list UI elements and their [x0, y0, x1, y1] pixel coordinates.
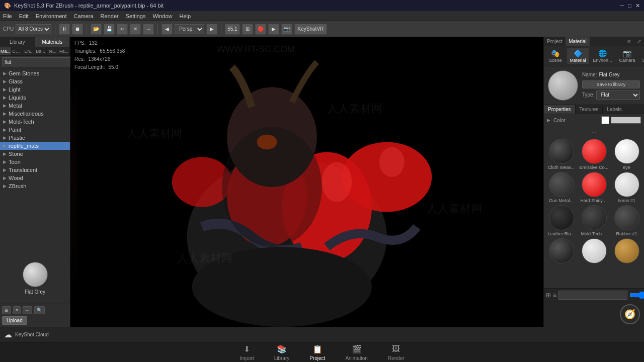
- list-view-right[interactable]: ≡: [553, 292, 556, 299]
- close-button[interactable]: ✕: [635, 3, 640, 9]
- upload-button[interactable]: Upload: [2, 316, 27, 325]
- mat-cell-gun-metal[interactable]: Gun Metal...: [546, 172, 577, 203]
- cores-dropdown[interactable]: All 8 Cores: [16, 24, 51, 34]
- group-light[interactable]: ▶ Light: [0, 85, 70, 94]
- material-type-dropdown[interactable]: Flat: [596, 90, 640, 100]
- menu-environment[interactable]: Environment: [36, 13, 67, 19]
- labels-tab[interactable]: Labels: [603, 105, 626, 114]
- textures-tab[interactable]: Textures: [576, 105, 603, 114]
- subtab-env[interactable]: En...: [23, 47, 35, 55]
- aspect-button[interactable]: ⊞: [242, 24, 253, 35]
- menu-file[interactable]: File: [3, 13, 12, 19]
- mat-cell-horns[interactable]: horns #1: [611, 172, 642, 203]
- mat-cell-mold-tech[interactable]: Mold-Tech-...: [579, 205, 609, 236]
- group-reptile-mats[interactable]: ▶ reptile_mats: [0, 142, 70, 150]
- library-tab[interactable]: Library: [0, 37, 35, 47]
- subtab-textures[interactable]: Te...: [47, 47, 58, 55]
- color-white-swatch[interactable]: [601, 116, 609, 124]
- material-search-input[interactable]: [558, 291, 627, 300]
- material-top-tab[interactable]: Material: [566, 37, 590, 46]
- menu-settings[interactable]: Settings: [126, 13, 146, 19]
- group-metal[interactable]: ▶ Metal: [0, 102, 70, 110]
- mat-cell-extra3[interactable]: [611, 238, 642, 264]
- subtab-materials[interactable]: Ma...: [0, 47, 12, 55]
- subtab-favorites[interactable]: Fa...: [58, 47, 70, 55]
- render2-button[interactable]: ▶: [268, 24, 279, 35]
- list-btn[interactable]: ≡: [13, 306, 21, 314]
- mat-cell-emissive[interactable]: Emissive Co...: [579, 139, 609, 170]
- mat-cell-hard-shiny[interactable]: Hard Shiny ...: [579, 172, 609, 203]
- camera-prev-button[interactable]: ◀: [162, 24, 173, 35]
- group-glass[interactable]: ▶ Glass: [0, 77, 70, 85]
- group-translucent[interactable]: ▶ Translucent: [0, 166, 70, 174]
- mat-cell-cloth-weave[interactable]: Cloth Weav...: [546, 139, 577, 170]
- mat-cell-rubber[interactable]: Rubber #1: [611, 205, 642, 236]
- group-toon[interactable]: ▶ Toon: [0, 158, 70, 166]
- vr-button[interactable]: KeyShotVR: [294, 24, 328, 35]
- group-stone[interactable]: ▶ Stone: [0, 150, 70, 158]
- menu-help[interactable]: Help: [180, 13, 191, 19]
- grid-btn[interactable]: ⊞: [2, 306, 11, 314]
- color-gradient-swatch[interactable]: [611, 117, 641, 124]
- group-mold-tech[interactable]: ▶ Mold-Tech: [0, 118, 70, 126]
- thumbnail-item[interactable]: Flat Grey: [23, 262, 48, 295]
- mat-cell-eye[interactable]: eye: [611, 139, 642, 170]
- project-tab[interactable]: Project: [544, 37, 566, 46]
- subtab-backplates[interactable]: Ba...: [35, 47, 47, 55]
- window-title: KeyShot 5.3 For ZBrush - reptile_armor_p…: [14, 3, 164, 9]
- group-liquids[interactable]: ▶ Liquids: [0, 94, 70, 102]
- nav-render[interactable]: 🖼 Render: [388, 343, 405, 361]
- environ-icon-tab[interactable]: 🌐 Environ...: [591, 48, 614, 64]
- camera-icon-tab[interactable]: 📷 Camera: [616, 48, 638, 64]
- grid-view-right[interactable]: ⊞: [546, 292, 551, 299]
- search-sm-btn[interactable]: 🔍: [34, 306, 45, 314]
- mat-cell-leather[interactable]: Leather Bla...: [546, 205, 577, 236]
- materials-tab[interactable]: Materials: [35, 37, 70, 47]
- group-gem-stones[interactable]: ▶ Gem Stones: [0, 69, 70, 77]
- group-plastic[interactable]: ▶ Plastic: [0, 134, 70, 142]
- nav-animation[interactable]: 🎬 Animation: [345, 343, 367, 361]
- search-input[interactable]: [2, 57, 71, 66]
- arrow-button[interactable]: →: [143, 24, 154, 35]
- mat-cell-extra2[interactable]: [579, 238, 609, 264]
- camera-next-button[interactable]: ▶: [206, 24, 217, 35]
- maximize-button[interactable]: □: [628, 3, 631, 9]
- material-icon-tab[interactable]: 🔷 Material: [567, 48, 589, 64]
- close-right-panel[interactable]: ✕: [624, 37, 634, 46]
- viewport[interactable]: 人人素材网 人人素材网 人人素材网 人人素材网 WWW.RT-SC.COM FP…: [70, 37, 543, 327]
- group-miscellaneous[interactable]: ▶ Miscellaneous: [0, 110, 70, 118]
- group-wood[interactable]: ▶ Wood: [0, 174, 70, 182]
- menu-edit[interactable]: Edit: [19, 13, 29, 19]
- properties-tab[interactable]: Properties: [544, 105, 576, 114]
- menu-render[interactable]: Render: [101, 13, 119, 19]
- stop-button[interactable]: ⏹: [72, 24, 83, 35]
- subtab-colors[interactable]: Col...: [12, 47, 23, 55]
- nav-project[interactable]: 📋 Project: [309, 343, 325, 361]
- scene-icon-tab[interactable]: 🎭 Scene: [546, 48, 565, 64]
- menu-window[interactable]: Window: [152, 13, 172, 19]
- keyshot-cloud-area[interactable]: ☁ KeyShot Cloud: [4, 330, 49, 339]
- group-zbrush[interactable]: ▶ ZBrush: [0, 182, 70, 190]
- x-button[interactable]: ✕: [130, 24, 141, 35]
- expand-right-panel[interactable]: ⤢: [634, 37, 644, 46]
- menu-camera[interactable]: Camera: [73, 13, 93, 19]
- group-paint[interactable]: ▶ Paint: [0, 126, 70, 134]
- mat-cell-extra1[interactable]: [546, 238, 577, 264]
- minimize-button[interactable]: ─: [620, 3, 624, 9]
- mat-sphere-emissive: [582, 139, 607, 164]
- save-to-library-button[interactable]: Save to library: [582, 80, 640, 88]
- settings-icon-tab[interactable]: ⚙ Settings: [640, 48, 644, 64]
- undo-button[interactable]: ↩: [117, 24, 128, 35]
- arrow-left-btn[interactable]: ←: [23, 306, 32, 314]
- focal-value[interactable]: 55.1: [225, 24, 239, 35]
- screenshot-button[interactable]: 📷: [281, 24, 292, 35]
- color-expand-icon[interactable]: ▶: [547, 118, 550, 123]
- nav-import[interactable]: ⬇ Import: [239, 343, 254, 361]
- zoom-slider[interactable]: [629, 292, 644, 299]
- import-button[interactable]: 📂: [91, 24, 102, 35]
- render-button[interactable]: 🔴: [255, 24, 266, 35]
- perspective-dropdown[interactable]: Persp.: [175, 24, 204, 34]
- save-button[interactable]: 💾: [104, 24, 115, 35]
- nav-library[interactable]: 📚 Library: [274, 343, 290, 361]
- pause-button[interactable]: ⏸: [59, 24, 70, 35]
